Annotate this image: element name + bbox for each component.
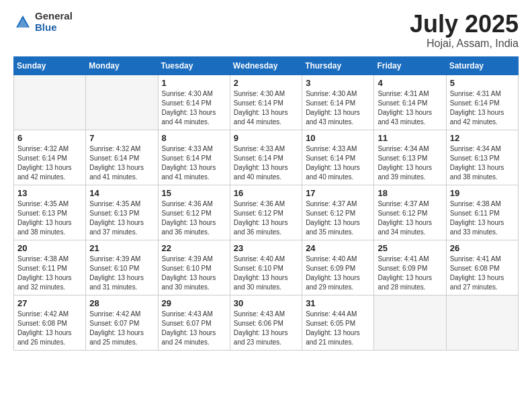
col-wednesday: Wednesday <box>230 56 302 75</box>
day-info: Sunrise: 4:30 AM Sunset: 6:14 PM Dayligh… <box>162 89 226 127</box>
day-info: Sunrise: 4:31 AM Sunset: 6:14 PM Dayligh… <box>378 89 442 127</box>
calendar-cell: 4Sunrise: 4:31 AM Sunset: 6:14 PM Daylig… <box>374 75 446 130</box>
day-info: Sunrise: 4:39 AM Sunset: 6:10 PM Dayligh… <box>162 255 226 292</box>
day-info: Sunrise: 4:40 AM Sunset: 6:09 PM Dayligh… <box>306 255 370 292</box>
calendar-cell: 27Sunrise: 4:42 AM Sunset: 6:08 PM Dayli… <box>14 295 86 350</box>
day-info: Sunrise: 4:35 AM Sunset: 6:13 PM Dayligh… <box>17 199 82 237</box>
calendar: Sunday Monday Tuesday Wednesday Thursday… <box>13 56 519 351</box>
day-info: Sunrise: 4:43 AM Sunset: 6:06 PM Dayligh… <box>234 310 298 347</box>
day-number: 31 <box>306 298 370 308</box>
calendar-cell: 31Sunrise: 4:44 AM Sunset: 6:05 PM Dayli… <box>302 295 374 350</box>
calendar-cell: 5Sunrise: 4:31 AM Sunset: 6:14 PM Daylig… <box>446 75 518 130</box>
day-info: Sunrise: 4:43 AM Sunset: 6:07 PM Dayligh… <box>162 310 226 347</box>
day-info: Sunrise: 4:41 AM Sunset: 6:09 PM Dayligh… <box>378 255 442 292</box>
logo: General Blue <box>13 11 73 33</box>
calendar-cell: 12Sunrise: 4:34 AM Sunset: 6:13 PM Dayli… <box>446 130 518 185</box>
calendar-cell: 26Sunrise: 4:41 AM Sunset: 6:08 PM Dayli… <box>446 240 518 295</box>
calendar-cell: 22Sunrise: 4:39 AM Sunset: 6:10 PM Dayli… <box>158 240 230 295</box>
calendar-cell: 19Sunrise: 4:38 AM Sunset: 6:11 PM Dayli… <box>446 185 518 240</box>
day-info: Sunrise: 4:30 AM Sunset: 6:14 PM Dayligh… <box>306 89 370 127</box>
day-info: Sunrise: 4:36 AM Sunset: 6:12 PM Dayligh… <box>162 199 226 237</box>
day-info: Sunrise: 4:33 AM Sunset: 6:14 PM Dayligh… <box>234 144 298 182</box>
calendar-header-row: Sunday Monday Tuesday Wednesday Thursday… <box>14 56 519 75</box>
day-info: Sunrise: 4:37 AM Sunset: 6:12 PM Dayligh… <box>306 199 370 237</box>
calendar-cell <box>446 295 518 350</box>
day-number: 24 <box>306 243 370 253</box>
calendar-cell: 3Sunrise: 4:30 AM Sunset: 6:14 PM Daylig… <box>302 75 374 130</box>
day-info: Sunrise: 4:37 AM Sunset: 6:12 PM Dayligh… <box>378 199 442 237</box>
day-info: Sunrise: 4:38 AM Sunset: 6:11 PM Dayligh… <box>450 199 515 237</box>
day-number: 16 <box>234 188 298 198</box>
calendar-cell <box>14 75 86 130</box>
day-info: Sunrise: 4:42 AM Sunset: 6:07 PM Dayligh… <box>89 310 154 347</box>
day-number: 9 <box>234 133 298 143</box>
col-tuesday: Tuesday <box>158 56 230 75</box>
calendar-cell: 16Sunrise: 4:36 AM Sunset: 6:12 PM Dayli… <box>230 185 302 240</box>
calendar-cell: 6Sunrise: 4:32 AM Sunset: 6:14 PM Daylig… <box>14 130 86 185</box>
day-info: Sunrise: 4:41 AM Sunset: 6:08 PM Dayligh… <box>450 255 515 292</box>
header: General Blue July 2025 Hojai, Assam, Ind… <box>13 11 519 50</box>
calendar-cell: 18Sunrise: 4:37 AM Sunset: 6:12 PM Dayli… <box>374 185 446 240</box>
day-number: 15 <box>162 188 226 198</box>
day-info: Sunrise: 4:36 AM Sunset: 6:12 PM Dayligh… <box>234 199 298 237</box>
day-number: 20 <box>17 243 82 253</box>
calendar-cell: 9Sunrise: 4:33 AM Sunset: 6:14 PM Daylig… <box>230 130 302 185</box>
day-info: Sunrise: 4:42 AM Sunset: 6:08 PM Dayligh… <box>17 310 82 347</box>
calendar-cell: 21Sunrise: 4:39 AM Sunset: 6:10 PM Dayli… <box>86 240 158 295</box>
day-number: 19 <box>450 188 515 198</box>
calendar-row-2: 6Sunrise: 4:32 AM Sunset: 6:14 PM Daylig… <box>14 130 519 185</box>
day-number: 25 <box>378 243 442 253</box>
logo-text: General Blue <box>35 11 73 33</box>
day-number: 17 <box>306 188 370 198</box>
calendar-cell: 10Sunrise: 4:33 AM Sunset: 6:14 PM Dayli… <box>302 130 374 185</box>
calendar-cell: 28Sunrise: 4:42 AM Sunset: 6:07 PM Dayli… <box>86 295 158 350</box>
day-number: 4 <box>378 78 442 88</box>
day-number: 7 <box>89 133 154 143</box>
calendar-row-4: 20Sunrise: 4:38 AM Sunset: 6:11 PM Dayli… <box>14 240 519 295</box>
logo-icon <box>13 13 32 32</box>
day-number: 2 <box>234 78 298 88</box>
calendar-cell: 24Sunrise: 4:40 AM Sunset: 6:09 PM Dayli… <box>302 240 374 295</box>
calendar-row-5: 27Sunrise: 4:42 AM Sunset: 6:08 PM Dayli… <box>14 295 519 350</box>
day-number: 21 <box>89 243 154 253</box>
calendar-cell: 11Sunrise: 4:34 AM Sunset: 6:13 PM Dayli… <box>374 130 446 185</box>
day-number: 10 <box>306 133 370 143</box>
day-number: 27 <box>17 298 82 308</box>
day-info: Sunrise: 4:44 AM Sunset: 6:05 PM Dayligh… <box>306 310 370 347</box>
day-info: Sunrise: 4:30 AM Sunset: 6:14 PM Dayligh… <box>234 89 298 127</box>
day-info: Sunrise: 4:31 AM Sunset: 6:14 PM Dayligh… <box>450 89 515 127</box>
calendar-cell: 29Sunrise: 4:43 AM Sunset: 6:07 PM Dayli… <box>158 295 230 350</box>
page: General Blue July 2025 Hojai, Assam, Ind… <box>0 0 532 364</box>
col-monday: Monday <box>86 56 158 75</box>
calendar-cell: 25Sunrise: 4:41 AM Sunset: 6:09 PM Dayli… <box>374 240 446 295</box>
calendar-cell: 30Sunrise: 4:43 AM Sunset: 6:06 PM Dayli… <box>230 295 302 350</box>
calendar-cell: 14Sunrise: 4:35 AM Sunset: 6:13 PM Dayli… <box>86 185 158 240</box>
day-number: 14 <box>89 188 154 198</box>
title-area: July 2025 Hojai, Assam, India <box>410 11 519 50</box>
day-number: 6 <box>17 133 82 143</box>
day-number: 26 <box>450 243 515 253</box>
day-info: Sunrise: 4:32 AM Sunset: 6:14 PM Dayligh… <box>89 144 154 182</box>
day-info: Sunrise: 4:35 AM Sunset: 6:13 PM Dayligh… <box>89 199 154 237</box>
calendar-cell: 13Sunrise: 4:35 AM Sunset: 6:13 PM Dayli… <box>14 185 86 240</box>
day-info: Sunrise: 4:38 AM Sunset: 6:11 PM Dayligh… <box>17 255 82 292</box>
day-number: 8 <box>162 133 226 143</box>
col-thursday: Thursday <box>302 56 374 75</box>
day-info: Sunrise: 4:33 AM Sunset: 6:14 PM Dayligh… <box>162 144 226 182</box>
logo-general: General <box>35 11 73 22</box>
calendar-row-3: 13Sunrise: 4:35 AM Sunset: 6:13 PM Dayli… <box>14 185 519 240</box>
day-number: 1 <box>162 78 226 88</box>
location-title: Hojai, Assam, India <box>410 38 519 50</box>
day-number: 23 <box>234 243 298 253</box>
calendar-cell: 1Sunrise: 4:30 AM Sunset: 6:14 PM Daylig… <box>158 75 230 130</box>
month-title: July 2025 <box>410 11 519 38</box>
day-info: Sunrise: 4:33 AM Sunset: 6:14 PM Dayligh… <box>306 144 370 182</box>
day-number: 11 <box>378 133 442 143</box>
day-info: Sunrise: 4:39 AM Sunset: 6:10 PM Dayligh… <box>89 255 154 292</box>
calendar-cell: 23Sunrise: 4:40 AM Sunset: 6:10 PM Dayli… <box>230 240 302 295</box>
calendar-cell: 8Sunrise: 4:33 AM Sunset: 6:14 PM Daylig… <box>158 130 230 185</box>
col-sunday: Sunday <box>14 56 86 75</box>
day-info: Sunrise: 4:34 AM Sunset: 6:13 PM Dayligh… <box>450 144 515 182</box>
calendar-row-1: 1Sunrise: 4:30 AM Sunset: 6:14 PM Daylig… <box>14 75 519 130</box>
calendar-cell: 15Sunrise: 4:36 AM Sunset: 6:12 PM Dayli… <box>158 185 230 240</box>
